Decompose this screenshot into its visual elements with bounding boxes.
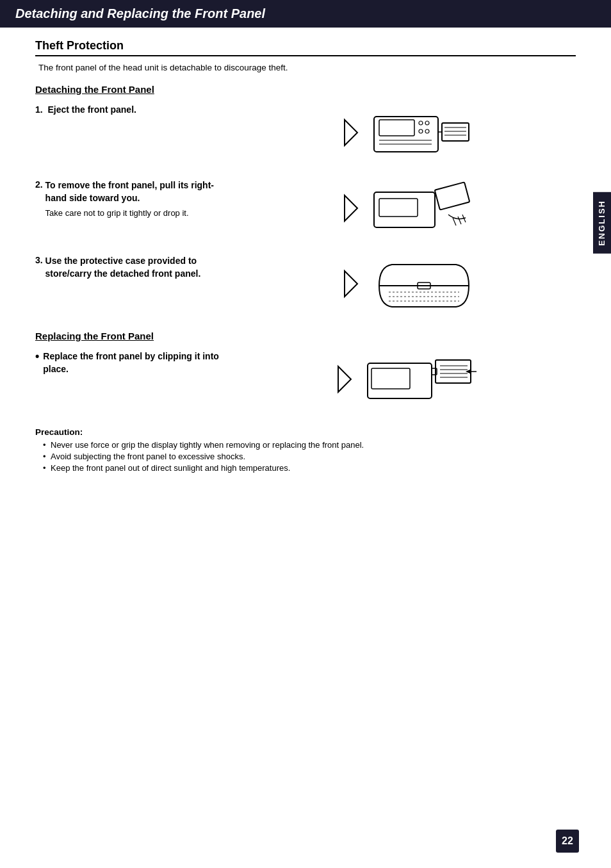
- svg-rect-9: [442, 123, 469, 141]
- detaching-title: Detaching the Front Panel: [35, 84, 576, 95]
- svg-marker-14: [345, 195, 357, 221]
- precaution-item-1: Never use force or grip the display tigh…: [43, 440, 576, 450]
- main-content: Theft Protection The front panel of the …: [0, 39, 611, 473]
- svg-point-6: [425, 129, 429, 133]
- step-3-arrow-icon: [345, 265, 365, 303]
- step-1-illustration: [240, 104, 576, 161]
- step-2-row: 2. To remove the front panel, pull its r…: [35, 179, 576, 237]
- step-1-text: 1. Eject the front panel.: [35, 104, 240, 117]
- precaution-section: Precaution: Never use force or grip the …: [35, 427, 576, 473]
- step-2-text: 2. To remove the front panel, pull its r…: [35, 179, 240, 219]
- svg-point-3: [419, 121, 423, 125]
- step-3-row: 3. Use the protective case provided to s…: [35, 255, 576, 313]
- svg-line-19: [458, 217, 461, 224]
- step-2-main: To remove the front panel, pull its righ…: [45, 180, 214, 203]
- replacing-step-illustration: [240, 350, 576, 408]
- replacing-title: Replacing the Front Panel: [35, 331, 576, 341]
- page-container: Detaching and Replacing the Front Panel …: [0, 0, 611, 868]
- step-1-number: 1.: [35, 104, 45, 115]
- svg-point-5: [419, 129, 423, 133]
- precaution-title: Precaution:: [35, 427, 576, 437]
- side-tab-english: ENGLISH: [593, 192, 611, 254]
- step-2-illustration: [240, 179, 576, 237]
- step-3-number: 3.: [35, 255, 45, 265]
- svg-rect-2: [379, 120, 414, 136]
- svg-marker-21: [345, 271, 357, 297]
- theft-protection-title: Theft Protection: [35, 39, 576, 56]
- step-3-text: 3. Use the protective case provided to s…: [35, 255, 240, 280]
- step-2-panel-icon: [373, 179, 472, 237]
- svg-rect-16: [379, 199, 418, 217]
- step-1-stereo-icon: [373, 107, 472, 158]
- svg-marker-27: [338, 366, 351, 392]
- header-banner: Detaching and Replacing the Front Panel: [0, 0, 611, 28]
- step-3-illustration: [240, 255, 576, 313]
- header-title: Detaching and Replacing the Front Panel: [15, 6, 265, 20]
- svg-line-18: [453, 218, 456, 225]
- detaching-steps: 1. Eject the front panel.: [35, 104, 576, 313]
- svg-rect-15: [374, 192, 435, 227]
- intro-text: The front panel of the head unit is deta…: [38, 63, 576, 72]
- replacing-step-main: Replace the front panel by clipping it i…: [43, 350, 234, 375]
- page-number: 22: [556, 830, 579, 853]
- replacing-step-row: • Replace the front panel by clipping it…: [35, 350, 576, 408]
- svg-rect-17: [434, 182, 469, 209]
- step-1-row: 1. Eject the front panel.: [35, 104, 576, 161]
- svg-rect-30: [436, 360, 471, 383]
- precaution-item-2: Avoid subjecting the front panel to exce…: [43, 452, 576, 461]
- step-2-sub: Take care not to grip it tightly or drop…: [45, 208, 234, 219]
- svg-rect-29: [371, 368, 410, 389]
- side-tab-label: ENGLISH: [597, 200, 607, 246]
- svg-point-4: [425, 121, 429, 125]
- step-2-number: 2.: [35, 179, 45, 190]
- step-2-arrow-icon: [345, 189, 365, 227]
- replacing-arrow-icon: [338, 360, 359, 398]
- step-3-case-icon: [373, 257, 472, 311]
- step-1-main: Eject the front panel.: [47, 104, 136, 115]
- svg-marker-0: [345, 120, 357, 145]
- replacing-step-text: • Replace the front panel by clipping it…: [35, 350, 240, 375]
- precaution-item-3: Keep the front panel out of direct sunli…: [43, 463, 576, 473]
- precaution-list: Never use force or grip the display tigh…: [35, 440, 576, 473]
- step-1-arrow-icon: [345, 113, 365, 152]
- step-3-main: Use the protective case provided to stor…: [45, 255, 234, 280]
- replacing-clip-icon: [366, 350, 478, 408]
